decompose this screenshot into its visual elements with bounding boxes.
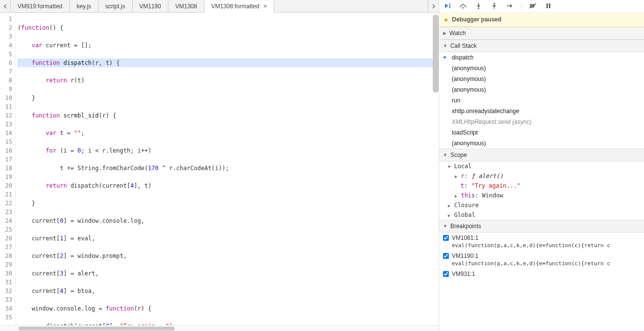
tab-close-icon[interactable]: × [263, 2, 267, 10]
tab-nav-next[interactable] [428, 0, 439, 12]
scope-var-this[interactable]: ▶ this: Window [439, 191, 644, 200]
debugger-panel: ● Debugger paused ▶Watch ▼Call Stack dis… [439, 0, 644, 331]
debugger-status-bar: ● Debugger paused [439, 13, 644, 27]
scope-global[interactable]: ▶ Global [439, 210, 644, 220]
tab-vm919[interactable]: VM919:formatted [11, 0, 70, 12]
warning-icon: ● [444, 16, 448, 23]
source-panel: VM919:formatted key.js script.js VM1190 … [0, 0, 439, 331]
svg-point-2 [494, 2, 495, 4]
chevron-down-icon: ▼ [443, 153, 447, 157]
breakpoint-checkbox[interactable] [443, 235, 449, 241]
stack-frame[interactable]: (anonymous) [439, 74, 644, 84]
watch-section-header[interactable]: ▶Watch [439, 27, 644, 39]
debugger-status-text: Debugger paused [452, 16, 501, 23]
svg-rect-4 [546, 3, 548, 8]
step-out-icon[interactable] [490, 1, 499, 10]
stack-frame[interactable]: loadScript [439, 127, 644, 138]
tab-scriptjs[interactable]: script.js [99, 0, 133, 12]
callstack-section-header[interactable]: ▼Call Stack [439, 39, 644, 52]
svg-point-1 [478, 7, 480, 9]
chevron-down-icon: ▼ [443, 224, 447, 229]
scope-section-header[interactable]: ▼Scope [439, 149, 644, 161]
chevron-right-icon: ▶ [443, 31, 446, 36]
stack-frame[interactable]: (anonymous) [439, 84, 644, 95]
breakpoint-item[interactable]: VM931:1 [439, 269, 644, 278]
deactivate-breakpoints-icon[interactable] [528, 1, 537, 10]
code-editor[interactable]: 1234567891011121314151617181920212223242… [0, 13, 439, 325]
breakpoints-section-header[interactable]: ▼Breakpoints [439, 220, 644, 233]
breakpoint-code: eval(function(p,a,c,k,e,d){e=function(c)… [439, 260, 644, 269]
breakpoints-list: VM1061:1 eval(function(p,a,c,k,e,d){e=fu… [439, 233, 644, 278]
pause-exceptions-icon[interactable] [544, 1, 553, 10]
breakpoint-item[interactable]: VM1190:1 [439, 251, 644, 260]
stack-frame[interactable]: (anonymous) [439, 63, 644, 74]
stack-frame[interactable]: run [439, 95, 644, 106]
tab-keyjs[interactable]: key.js [70, 0, 99, 12]
tab-vm1308[interactable]: VM1308 [168, 0, 204, 12]
stack-frame[interactable]: dispatch [439, 52, 644, 63]
breakpoint-code: eval(function(p,a,c,k,e,d){e=function(c)… [439, 242, 644, 251]
step-over-icon[interactable] [459, 1, 467, 10]
tab-nav-prev[interactable] [0, 0, 11, 12]
resume-icon[interactable] [443, 1, 452, 10]
debugger-toolbar [439, 0, 644, 13]
stack-frame[interactable]: (anonymous) [439, 138, 644, 149]
chevron-down-icon: ▼ [443, 43, 447, 48]
breakpoint-checkbox[interactable] [443, 271, 449, 277]
tab-vm1190[interactable]: VM1190 [133, 0, 169, 12]
line-gutter: 1234567891011121314151617181920212223242… [0, 13, 16, 325]
scope-closure[interactable]: ▶ Closure [439, 200, 644, 210]
breakpoint-item[interactable]: VM1061:1 [439, 233, 644, 242]
code-content: (function() { var current = []; function… [16, 13, 439, 325]
step-into-icon[interactable] [474, 1, 483, 10]
svg-point-0 [463, 7, 464, 8]
stack-frame[interactable]: xhttp.onreadystatechange [439, 106, 644, 117]
scope-var-t[interactable]: t: "Try again..." [439, 181, 644, 191]
scope-var-r[interactable]: ▶ r: ƒ alert() [439, 171, 644, 181]
callstack-list: dispatch (anonymous) (anonymous) (anonym… [439, 52, 644, 149]
stack-frame-async: XMLHttpRequest.send (async) [439, 117, 644, 127]
tab-vm1308-formatted[interactable]: VM1308:formatted× [204, 0, 274, 13]
breakpoint-checkbox[interactable] [443, 253, 449, 259]
tabs-bar: VM919:formatted key.js script.js VM1190 … [0, 0, 439, 13]
vertical-scrollbar[interactable] [433, 15, 439, 93]
step-icon[interactable] [505, 1, 514, 10]
horizontal-scrollbar[interactable] [0, 325, 439, 331]
scope-local[interactable]: ▼ Local [439, 161, 644, 171]
svg-rect-5 [549, 3, 550, 8]
